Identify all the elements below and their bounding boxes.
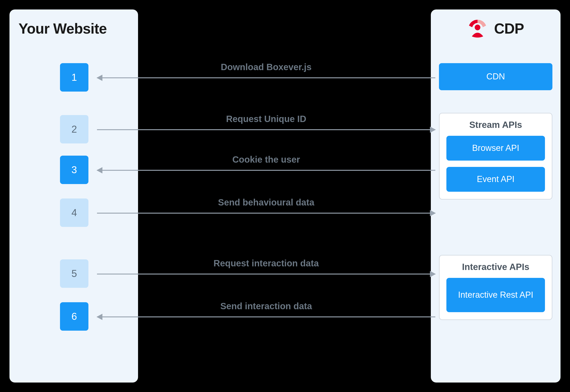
arrow-line-icon (97, 77, 435, 78)
step-6-box: 6 (60, 302, 88, 331)
arrow-3-label: Cookie the user (97, 154, 435, 165)
arrow-right-icon (430, 271, 436, 277)
step-3-box: 3 (60, 156, 88, 184)
step-5-box: 5 (60, 259, 88, 288)
arrow-right-icon (430, 126, 436, 133)
arrow-left-icon (97, 75, 102, 81)
arrow-right-icon (430, 210, 436, 216)
arrow-5: Request interaction data (97, 269, 435, 283)
arrow-3: Cookie the user (97, 166, 435, 179)
event-api-box: Event API (446, 167, 545, 192)
cdp-header: CDP (439, 18, 552, 39)
arrow-5-label: Request interaction data (97, 258, 435, 268)
step-4-num: 4 (71, 207, 77, 218)
interactive-apis-group: Interactive APIs Interactive Rest API (439, 255, 552, 320)
cdp-logo-icon (467, 18, 488, 39)
arrow-left-icon (97, 167, 102, 173)
arrow-line-icon (97, 213, 435, 214)
stream-apis-group: Stream APIs Browser API Event API (439, 113, 552, 200)
stream-apis-title: Stream APIs (446, 120, 545, 130)
step-2-num: 2 (71, 124, 77, 135)
arrow-1: Download Boxever.js (97, 73, 435, 87)
cdn-box: CDN (439, 63, 552, 90)
cdn-label: CDN (486, 71, 505, 82)
step-2-box: 2 (60, 115, 88, 143)
step-3-num: 3 (71, 164, 77, 175)
step-4-box: 4 (60, 198, 88, 227)
arrow-line-icon (97, 274, 435, 275)
step-6-num: 6 (71, 311, 77, 322)
your-website-title: Your Website (18, 20, 129, 37)
arrow-line-icon (97, 316, 435, 317)
step-1-box: 1 (60, 63, 88, 92)
arrow-6-label: Send interaction data (97, 301, 435, 311)
interactive-rest-api-box: Interactive Rest API (446, 278, 545, 312)
step-5-num: 5 (71, 268, 77, 279)
arrow-2: Request Unique ID (97, 125, 435, 139)
arrow-6: Send interaction data (97, 312, 435, 326)
arrow-line-icon (97, 170, 435, 171)
arrow-left-icon (97, 314, 102, 320)
browser-api-box: Browser API (446, 136, 545, 161)
cdp-title: CDP (494, 20, 524, 37)
svg-point-0 (475, 25, 480, 30)
arrow-1-label: Download Boxever.js (97, 62, 435, 72)
interactive-apis-title: Interactive APIs (446, 262, 545, 272)
arrow-2-label: Request Unique ID (97, 114, 435, 124)
event-api-label: Event API (477, 174, 514, 185)
interactive-rest-api-label: Interactive Rest API (458, 290, 533, 300)
arrow-4: Send behavioural data (97, 209, 435, 222)
browser-api-label: Browser API (472, 143, 519, 154)
arrow-4-label: Send behavioural data (97, 197, 435, 208)
step-1-num: 1 (71, 72, 77, 83)
arrow-line-icon (97, 129, 435, 130)
